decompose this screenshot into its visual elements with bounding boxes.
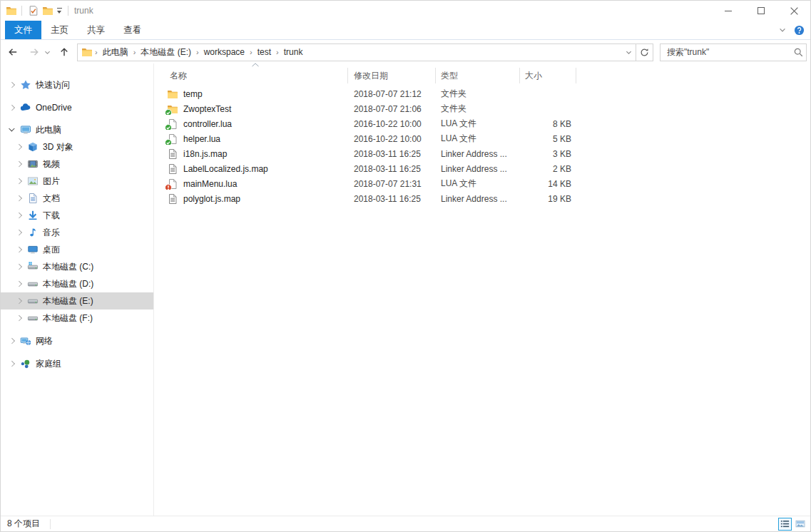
file-row[interactable]: mainMenu.lua 2018-07-07 21:31 LUA 文件 14 …: [161, 176, 810, 191]
tab-file[interactable]: 文件: [5, 21, 41, 39]
column-header-size[interactable]: 大小: [520, 68, 576, 83]
breadcrumb-trunk[interactable]: trunk: [281, 47, 306, 57]
modified-warning-badge-icon: [165, 184, 172, 190]
chevron-down-icon[interactable]: [6, 128, 18, 132]
properties-check-icon[interactable]: [26, 4, 41, 18]
file-row[interactable]: ZwoptexTest 2018-07-07 21:06 文件夹: [161, 101, 810, 116]
new-folder-icon[interactable]: [41, 4, 55, 18]
chevron-right-icon[interactable]: [14, 247, 25, 252]
chevron-right-icon[interactable]: [14, 213, 25, 218]
file-row[interactable]: i18n.js.map 2018-03-11 16:25 Linker Addr…: [161, 146, 810, 161]
sidebar-item-label: 文档: [43, 193, 60, 205]
refresh-icon[interactable]: [636, 44, 653, 61]
sidebar-item-desktop[interactable]: 桌面: [1, 241, 153, 258]
chevron-right-icon[interactable]: [6, 339, 18, 343]
file-row[interactable]: controller.lua 2016-10-22 10:00 LUA 文件 8…: [161, 116, 810, 131]
minimize-button[interactable]: [712, 1, 745, 21]
file-size: 5 KB: [520, 134, 576, 144]
sidebar-item-label: 本地磁盘 (E:): [43, 295, 93, 307]
breadcrumb-test[interactable]: test: [255, 47, 274, 57]
breadcrumb-local-disk-e[interactable]: 本地磁盘 (E:): [138, 46, 194, 58]
sidebar-item-label: 图片: [43, 175, 60, 188]
sidebar-item-quick-access[interactable]: 快速访问: [1, 76, 153, 93]
file-name: polyglot.js.map: [183, 194, 240, 204]
sidebar-item-downloads[interactable]: 下载: [1, 207, 153, 224]
chevron-right-icon[interactable]: [14, 196, 25, 200]
chevron-right-icon[interactable]: [6, 106, 18, 110]
column-header-type[interactable]: 类型: [436, 68, 520, 83]
drive-icon: [27, 312, 39, 324]
breadcrumb-separator: ›: [274, 48, 281, 56]
customize-quick-access-icon[interactable]: [56, 7, 63, 14]
breadcrumb-separator: ›: [248, 48, 255, 56]
minimize-ribbon-chevron-icon[interactable]: [778, 26, 787, 34]
sidebar-item-this-pc[interactable]: 此电脑: [1, 121, 153, 138]
file-name: i18n.js.map: [183, 149, 227, 159]
file-row[interactable]: helper.lua 2016-10-22 10:00 LUA 文件 5 KB: [161, 131, 810, 146]
column-header-name[interactable]: 名称: [161, 68, 348, 83]
file-name: helper.lua: [183, 134, 220, 144]
file-row[interactable]: temp 2018-07-07 21:12 文件夹: [161, 86, 810, 101]
documents-icon: [27, 193, 39, 204]
forward-icon[interactable]: [26, 44, 42, 61]
main-content: 快速访问 OneDrive 此电脑 3D 对象 视频: [1, 63, 810, 516]
chevron-right-icon[interactable]: [14, 230, 25, 235]
chevron-right-icon[interactable]: [14, 145, 25, 149]
versioned-check-badge-icon: [165, 139, 172, 145]
chevron-right-icon[interactable]: [14, 162, 25, 166]
chevron-right-icon[interactable]: [14, 265, 25, 269]
this-pc-icon: [20, 124, 31, 135]
breadcrumb-workspace[interactable]: workspace: [201, 47, 248, 57]
back-icon[interactable]: [5, 44, 21, 61]
search-input[interactable]: [660, 44, 790, 61]
column-header-padding: [576, 68, 810, 83]
sidebar-item-local-disk-f[interactable]: 本地磁盘 (F:): [1, 310, 153, 327]
sidebar-item-local-disk-c[interactable]: 本地磁盘 (C:): [1, 258, 153, 275]
file-date: 2018-03-11 16:25: [348, 164, 436, 174]
sidebar-item-documents[interactable]: 文档: [1, 190, 153, 207]
column-header-date-modified[interactable]: 修改日期: [348, 68, 436, 83]
up-icon[interactable]: [56, 44, 72, 61]
file-name: mainMenu.lua: [183, 179, 237, 189]
search-icon[interactable]: [790, 47, 806, 58]
sidebar-item-videos[interactable]: 视频: [1, 155, 153, 173]
sidebar-item-homegroup[interactable]: 家庭组: [1, 355, 153, 372]
breadcrumb-this-pc[interactable]: 此电脑: [100, 46, 131, 58]
address-dropdown-chevron-icon[interactable]: [621, 48, 636, 56]
explorer-folder-icon: [6, 5, 17, 16]
downloads-icon: [27, 210, 39, 221]
tab-share[interactable]: 共享: [78, 21, 114, 39]
sidebar-item-local-disk-d[interactable]: 本地磁盘 (D:): [1, 275, 153, 292]
help-icon[interactable]: [794, 25, 805, 36]
sidebar-item-pictures[interactable]: 图片: [1, 173, 153, 190]
sidebar-item-music[interactable]: 音乐: [1, 224, 153, 241]
sidebar-item-onedrive[interactable]: OneDrive: [1, 99, 153, 116]
desktop-icon: [27, 244, 39, 255]
file-type: Linker Address ...: [436, 194, 520, 204]
chevron-right-icon[interactable]: [14, 316, 25, 320]
close-button[interactable]: [777, 1, 810, 21]
file-date: 2018-03-11 16:25: [348, 194, 436, 204]
chevron-right-icon[interactable]: [6, 83, 18, 87]
sidebar-item-local-disk-e[interactable]: 本地磁盘 (E:): [1, 292, 153, 310]
sidebar-item-3d-objects[interactable]: 3D 对象: [1, 138, 153, 155]
file-row[interactable]: LabelLocalized.js.map 2018-03-11 16:25 L…: [161, 161, 810, 176]
details-view-icon[interactable]: [778, 518, 792, 531]
tab-home[interactable]: 主页: [41, 21, 78, 39]
recent-locations-chevron-icon[interactable]: [42, 44, 52, 61]
sidebar-item-label: 快速访问: [36, 79, 70, 91]
address-bar[interactable]: › 此电脑 › 本地磁盘 (E:) › workspace › test › t…: [77, 44, 653, 61]
chevron-right-icon[interactable]: [14, 179, 25, 183]
file-type: 文件夹: [436, 103, 520, 115]
sidebar-item-network[interactable]: 网络: [1, 332, 153, 349]
maximize-button[interactable]: [745, 1, 777, 21]
navigation-toolbar: › 此电脑 › 本地磁盘 (E:) › workspace › test › t…: [1, 41, 810, 63]
tab-view[interactable]: 查看: [114, 21, 151, 39]
os-drive-icon: [27, 261, 39, 272]
chevron-right-icon[interactable]: [14, 282, 25, 286]
file-size: 19 KB: [520, 194, 576, 204]
file-row[interactable]: polyglot.js.map 2018-03-11 16:25 Linker …: [161, 191, 810, 206]
large-icons-view-icon[interactable]: [793, 518, 807, 531]
chevron-right-icon[interactable]: [14, 299, 25, 303]
chevron-right-icon[interactable]: [6, 362, 18, 366]
